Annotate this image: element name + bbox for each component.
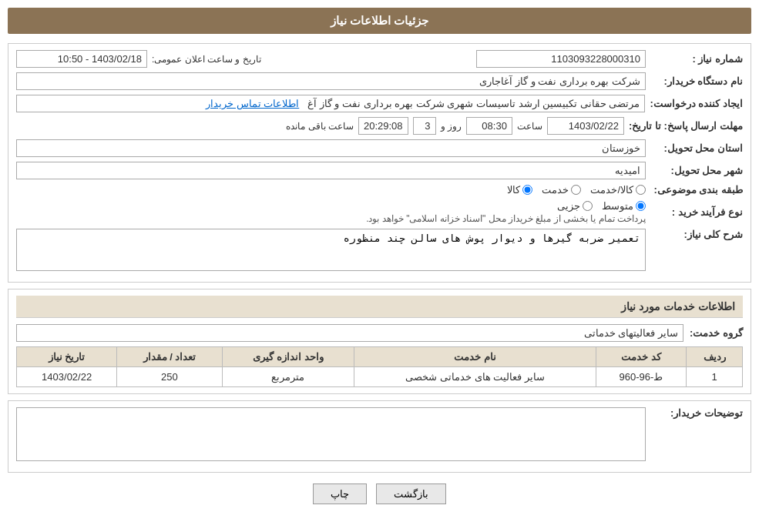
service-group-value: سایر فعالیتهای خدماتی [16, 324, 683, 342]
creator-label: ایجاد کننده درخواست: [650, 98, 743, 109]
category-option-3: کالا/خدمت [590, 184, 646, 196]
row-category: طبقه بندی موضوعی: کالا/خدمت خدمت کالا [16, 184, 743, 196]
deadline-day-label: روز و [441, 121, 462, 132]
requester-org-value: شرکت بهره برداری نفت و گاز آغاجاری [16, 72, 646, 90]
col-unit: واحد اندازه گیری [222, 347, 354, 367]
contact-link[interactable]: اطلاعات تماس خریدار [206, 98, 299, 109]
process-type-label: نوع فرآیند خرید : [650, 206, 743, 218]
category-label-khedmat: خدمت [542, 184, 569, 196]
service-group-label: گروه خدمت: [690, 327, 743, 339]
process-note: پرداخت تمام یا بخشی از مبلغ خریداز محل "… [16, 213, 646, 224]
need-desc-label: شرح کلی نیاز: [650, 229, 743, 240]
row-need-number: شماره نیاز : 1103093228000310 تاریخ و سا… [16, 50, 743, 68]
buyer-notes-section: توضیحات خریدار: [8, 400, 751, 473]
row-process-type: نوع فرآیند خرید : متوسط جزیی پرداخت تمام… [16, 200, 743, 224]
category-radio-kala-khedmat[interactable] [636, 185, 646, 195]
table-row: 1ط-96-960سایر فعالیت های خدماتی شخصیمترم… [17, 367, 743, 387]
announce-date-value: 1403/02/18 - 10:50 [16, 50, 147, 68]
need-number-label: شماره نیاز : [650, 53, 743, 65]
responsible-text: مرتضی حقانی تکبیسین ارشد تاسیسات شهری شر… [307, 98, 640, 109]
services-section: اطلاعات خدمات مورد نیاز گروه خدمت: سایر … [8, 289, 751, 394]
row-city: شهر محل تحویل: امیدیه [16, 162, 743, 179]
deadline-time: 08:30 [466, 117, 512, 135]
category-radio-group: کالا/خدمت خدمت کالا [507, 184, 646, 196]
page-title: جزئیات اطلاعات نیاز [331, 14, 428, 27]
back-button[interactable]: بازگشت [376, 483, 446, 504]
category-label-kala: کالا [507, 184, 520, 196]
process-label-jozii: جزیی [557, 200, 580, 212]
col-service-code: کد خدمت [596, 347, 686, 367]
need-number-value: 1103093228000310 [476, 50, 646, 68]
process-radio-jozii[interactable] [583, 201, 593, 211]
print-button[interactable]: چاپ [313, 483, 367, 504]
requester-org-label: نام دستگاه خریدار: [650, 75, 743, 87]
process-label-mutavassit: متوسط [602, 200, 633, 212]
deadline-days: 3 [413, 117, 436, 135]
category-label: طبقه بندی موضوعی: [650, 184, 743, 196]
main-section: شماره نیاز : 1103093228000310 تاریخ و سا… [8, 43, 751, 283]
col-row-num: ردیف [687, 347, 743, 367]
deadline-time-label: ساعت [517, 121, 542, 132]
need-desc-textarea[interactable] [16, 229, 646, 271]
deadline-date: 1403/02/22 [547, 117, 624, 135]
announce-date-label: تاریخ و ساعت اعلان عمومی: [152, 54, 261, 65]
col-quantity: تعداد / مقدار [117, 347, 222, 367]
process-option-2: متوسط [602, 200, 646, 212]
deadline-remaining-label: ساعت باقی مانده [286, 121, 354, 132]
row-province: استان محل تحویل: خوزستان [16, 139, 743, 157]
services-table: ردیف کد خدمت نام خدمت واحد اندازه گیری ت… [16, 346, 743, 387]
process-option-1: جزیی [557, 200, 593, 212]
footer-buttons: بازگشت چاپ [8, 483, 751, 504]
row-requester-org: نام دستگاه خریدار: شرکت بهره برداری نفت … [16, 72, 743, 90]
row-buyer-notes: توضیحات خریدار: [16, 407, 743, 461]
deadline-remaining: 20:29:08 [358, 117, 408, 135]
col-service-name: نام خدمت [354, 347, 596, 367]
col-date: تاریخ نیاز [17, 347, 117, 367]
category-radio-kala[interactable] [522, 185, 532, 195]
province-label: استان محل تحویل: [650, 142, 743, 154]
buyer-notes-content [16, 407, 646, 461]
send-deadline-label: مهلت ارسال پاسخ: تا تاریخ: [629, 120, 743, 132]
province-value: خوزستان [16, 139, 646, 157]
row-creator: ایجاد کننده درخواست: مرتضی حقانی تکبیسین… [16, 95, 743, 112]
page-header: جزئیات اطلاعات نیاز [8, 8, 751, 34]
category-option-2: خدمت [542, 184, 581, 196]
process-radio-mutavassit[interactable] [636, 201, 646, 211]
category-option-1: کالا [507, 184, 532, 196]
city-label: شهر محل تحویل: [650, 165, 743, 176]
responsible-value: مرتضی حقانی تکبیسین ارشد تاسیسات شهری شر… [16, 95, 645, 112]
process-radio-group: متوسط جزیی [16, 200, 646, 212]
row-deadline: مهلت ارسال پاسخ: تا تاریخ: 1403/02/22 سا… [16, 117, 743, 135]
city-value: امیدیه [16, 162, 646, 179]
category-label-kala-khedmat: کالا/خدمت [590, 184, 633, 196]
services-section-title: اطلاعات خدمات مورد نیاز [16, 296, 743, 318]
buyer-notes-label: توضیحات خریدار: [650, 407, 743, 419]
row-need-desc: شرح کلی نیاز: [16, 229, 743, 271]
category-radio-khedmat[interactable] [571, 185, 581, 195]
row-service-group: گروه خدمت: سایر فعالیتهای خدماتی [16, 324, 743, 342]
